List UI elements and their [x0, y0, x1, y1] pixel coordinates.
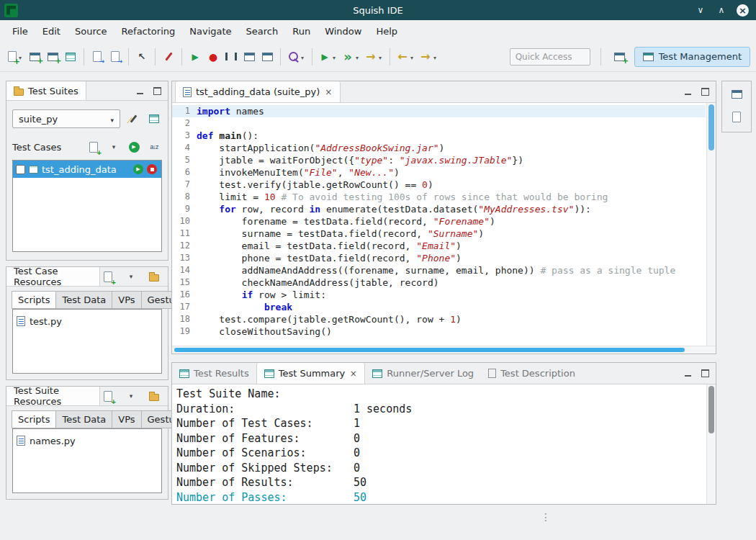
tab-test-description[interactable]: Test Description — [481, 363, 582, 384]
test-case-checkbox[interactable] — [16, 165, 25, 174]
maximize-view-icon[interactable] — [152, 86, 162, 96]
run-test-suite-button[interactable] — [126, 139, 142, 155]
line-number[interactable]: 15 — [172, 276, 197, 289]
test-management-perspective-button[interactable]: Test Management — [634, 47, 750, 67]
restore-panel-button[interactable] — [728, 86, 745, 102]
new-test-suite-button[interactable] — [26, 47, 43, 67]
close-tab-icon[interactable] — [349, 368, 357, 379]
code-line[interactable]: 11 surname = testData.field(record, "Sur… — [172, 228, 706, 240]
code-line[interactable]: 7 test.verify(jtable.getRowCount() == 0) — [172, 179, 706, 191]
code-editor[interactable]: 1import names23def main():4 startApplica… — [172, 103, 716, 346]
new-resource-button[interactable] — [100, 269, 116, 284]
open-folder-button[interactable] — [146, 269, 162, 284]
open-folder-button[interactable] — [146, 388, 162, 404]
close-tab-icon[interactable] — [324, 86, 333, 97]
menu-run[interactable]: Run — [286, 23, 317, 40]
line-number[interactable]: 12 — [172, 240, 197, 252]
editor-tab[interactable]: tst_adding_data (suite_py) — [175, 81, 341, 102]
tab-runner-server-log[interactable]: Runner/Server Log — [365, 363, 481, 384]
resources-menu-button[interactable] — [123, 269, 139, 284]
code-line[interactable]: 12 email = testData.field(record, "Email… — [172, 240, 706, 252]
code-line[interactable]: 9 for row, record in enumerate(testData.… — [172, 203, 706, 215]
spy-button[interactable] — [285, 47, 307, 67]
record-snippet-button[interactable] — [204, 47, 222, 67]
menu-help[interactable]: Help — [369, 23, 404, 40]
object-map-button[interactable] — [146, 111, 162, 127]
code-line[interactable]: 14 addNameAndAddress((forename, surname,… — [172, 264, 706, 276]
code-line[interactable]: 19 closeWithoutSaving() — [172, 325, 706, 338]
test-case-resources-view-tab[interactable]: Test Case Resources — [6, 267, 100, 286]
tab-scripts[interactable]: Scripts — [12, 410, 56, 428]
aut-manager-button[interactable] — [258, 47, 276, 67]
line-number[interactable]: 7 — [172, 179, 197, 191]
code-line[interactable]: 6 invokeMenuItem("File", "New...") — [172, 166, 706, 179]
forward-button[interactable] — [418, 47, 440, 67]
suite-selector[interactable]: suite_py — [12, 109, 120, 128]
suite-settings-button[interactable] — [125, 111, 141, 127]
line-number[interactable]: 2 — [172, 117, 197, 130]
code-line[interactable]: 10 forename = testData.field(record, "Fo… — [172, 215, 706, 228]
line-number[interactable]: 13 — [172, 252, 197, 264]
code-line[interactable]: 15 checkNameAndAddress(jtable, record) — [172, 276, 706, 289]
tab-vps[interactable]: VPs — [112, 291, 141, 309]
scrollbar-thumb[interactable] — [708, 386, 714, 433]
maximize-window-icon[interactable] — [716, 5, 727, 15]
menu-source[interactable]: Source — [68, 23, 114, 40]
line-number[interactable]: 3 — [172, 130, 197, 142]
tab-test-data[interactable]: Test Data — [55, 291, 112, 309]
tab-test-results[interactable]: Test Results — [172, 363, 256, 384]
new-wizard-button[interactable] — [6, 47, 25, 67]
open-perspective-button[interactable] — [611, 47, 629, 67]
run-test-case-icon[interactable] — [133, 164, 143, 174]
test-suite-resources-view-tab[interactable]: Test Suite Resources — [6, 387, 100, 405]
sash-handle[interactable] — [540, 510, 552, 524]
new-test-case-button[interactable] — [86, 139, 102, 155]
code-line[interactable]: 16 if row > limit: — [172, 289, 706, 301]
run-test-case-button[interactable] — [340, 47, 362, 67]
menu-file[interactable]: File — [6, 23, 35, 40]
pause-button[interactable] — [222, 47, 240, 67]
code-line[interactable]: 1import names — [172, 105, 706, 117]
line-number[interactable]: 1 — [172, 105, 197, 117]
scrollbar-thumb[interactable] — [174, 348, 685, 352]
vertical-scrollbar[interactable] — [706, 103, 716, 346]
code-line[interactable]: 5 jtable = waitForObject({"type": "javax… — [172, 154, 706, 166]
file-item[interactable]: test.py — [17, 314, 158, 328]
file-item[interactable]: names.py — [17, 433, 158, 448]
quick-access-input[interactable] — [510, 48, 590, 66]
annotate-button[interactable] — [160, 47, 177, 67]
vertical-scrollbar[interactable] — [706, 384, 716, 504]
minimize-window-icon[interactable] — [695, 5, 706, 15]
back-button[interactable] — [395, 47, 417, 67]
stop-test-case-icon[interactable] — [147, 164, 157, 174]
horizontal-scrollbar[interactable] — [172, 346, 716, 354]
minimize-view-icon[interactable] — [683, 368, 693, 378]
import-resource-button[interactable] — [89, 47, 106, 67]
menu-navigate[interactable]: Navigate — [183, 23, 238, 40]
minimize-view-icon[interactable] — [135, 86, 145, 96]
line-number[interactable]: 6 — [172, 166, 197, 179]
step-over-button[interactable] — [363, 47, 385, 67]
test-case-row[interactable]: tst_adding_data — [13, 161, 161, 178]
maximize-view-icon[interactable] — [700, 86, 710, 96]
scrollbar-thumb[interactable] — [708, 104, 714, 150]
line-number[interactable]: 19 — [172, 325, 197, 338]
resources-menu-button[interactable] — [123, 388, 139, 404]
line-number[interactable]: 11 — [172, 228, 197, 240]
line-number[interactable]: 8 — [172, 191, 197, 203]
line-number[interactable]: 10 — [172, 215, 197, 228]
export-resource-button[interactable] — [107, 47, 124, 67]
test-suites-view-tab[interactable]: Test Suites — [6, 81, 86, 100]
line-number[interactable]: 18 — [172, 313, 197, 325]
server-settings-button[interactable] — [240, 47, 258, 67]
sort-test-cases-button[interactable] — [146, 139, 162, 155]
launch-aut-button[interactable] — [186, 47, 204, 67]
run-test-suite-button[interactable] — [317, 47, 339, 67]
minimize-view-icon[interactable] — [683, 86, 693, 96]
new-test-case-button[interactable] — [44, 47, 61, 67]
code-line[interactable]: 3def main(): — [172, 130, 706, 142]
line-number[interactable]: 5 — [172, 154, 197, 166]
line-number[interactable]: 17 — [172, 301, 197, 313]
object-map-button[interactable] — [62, 47, 79, 67]
test-cases-menu-button[interactable] — [106, 139, 122, 155]
